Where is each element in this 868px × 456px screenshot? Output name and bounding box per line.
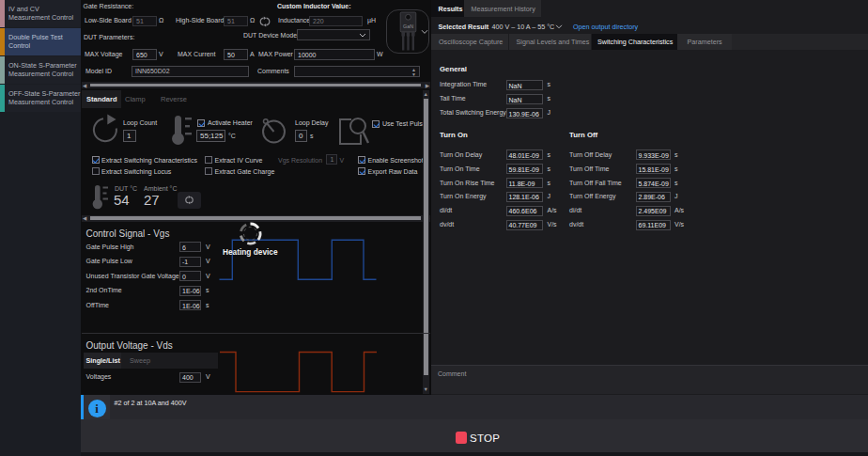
svg-text:GaN: GaN [403,23,413,28]
